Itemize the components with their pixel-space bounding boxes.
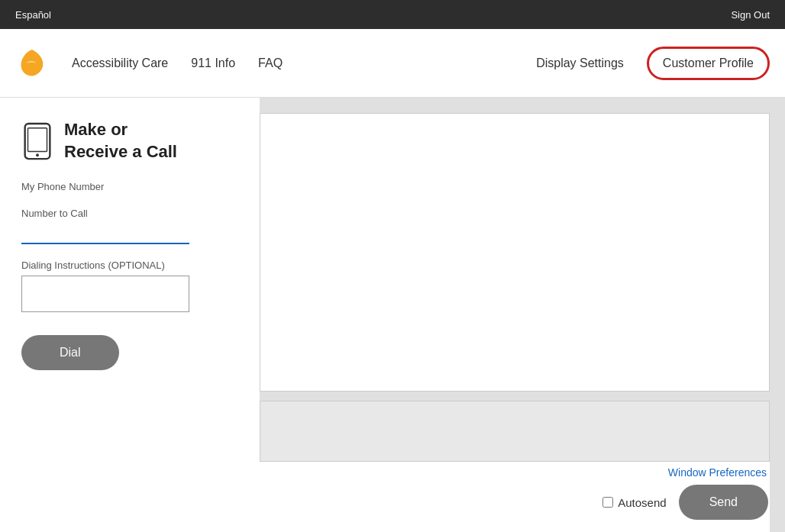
autosend-row: Autosend Send bbox=[260, 485, 768, 532]
nav-911-info[interactable]: 911 Info bbox=[191, 56, 235, 70]
svg-rect-2 bbox=[28, 127, 47, 151]
phone-number-label: My Phone Number bbox=[21, 181, 238, 192]
main-content: Make orReceive a Call My Phone Number Nu… bbox=[0, 98, 785, 532]
number-to-call-input[interactable] bbox=[21, 224, 189, 244]
right-panel: Window Preferences Autosend Send bbox=[260, 98, 785, 532]
top-bar: Español Sign Out bbox=[0, 0, 785, 29]
nav-display-settings[interactable]: Display Settings bbox=[536, 56, 624, 70]
nav-bar: Accessibility Care 911 Info FAQ Display … bbox=[0, 29, 785, 98]
dial-button[interactable]: Dial bbox=[21, 335, 119, 370]
bottom-actions: Window Preferences Autosend Send bbox=[260, 462, 770, 532]
nav-links: Accessibility Care 911 Info FAQ bbox=[72, 56, 536, 70]
panel-title: Make orReceive a Call bbox=[64, 119, 177, 163]
autosend-checkbox[interactable] bbox=[602, 497, 613, 508]
number-to-call-label: Number to Call bbox=[21, 208, 238, 219]
number-to-call-field-group: Number to Call bbox=[21, 208, 238, 244]
window-preferences-link[interactable]: Window Preferences bbox=[260, 466, 768, 479]
phone-icon bbox=[21, 122, 53, 160]
panel-title-row: Make orReceive a Call bbox=[21, 119, 238, 163]
nav-customer-profile[interactable]: Customer Profile bbox=[647, 47, 770, 80]
chat-input[interactable] bbox=[260, 401, 770, 462]
send-button[interactable]: Send bbox=[679, 485, 768, 520]
chat-area bbox=[260, 113, 770, 462]
svg-point-3 bbox=[36, 153, 39, 156]
chat-display bbox=[260, 113, 770, 392]
dialing-instructions-label: Dialing Instructions (OPTIONAL) bbox=[21, 260, 238, 271]
dialing-instructions-field-group: Dialing Instructions (OPTIONAL) bbox=[21, 260, 238, 312]
sign-out-button[interactable]: Sign Out bbox=[731, 9, 770, 21]
language-toggle[interactable]: Español bbox=[15, 9, 51, 21]
dialing-instructions-input[interactable] bbox=[21, 276, 189, 312]
nav-accessibility-care[interactable]: Accessibility Care bbox=[72, 56, 168, 70]
svg-rect-1 bbox=[25, 124, 50, 159]
autosend-label[interactable]: Autosend bbox=[602, 496, 666, 509]
left-panel: Make orReceive a Call My Phone Number Nu… bbox=[0, 98, 260, 532]
nav-right: Display Settings Customer Profile bbox=[536, 47, 770, 80]
phone-number-field-group: My Phone Number bbox=[21, 181, 238, 192]
nav-faq[interactable]: FAQ bbox=[258, 56, 283, 70]
autosend-text: Autosend bbox=[618, 496, 666, 509]
sprint-logo bbox=[15, 47, 49, 80]
